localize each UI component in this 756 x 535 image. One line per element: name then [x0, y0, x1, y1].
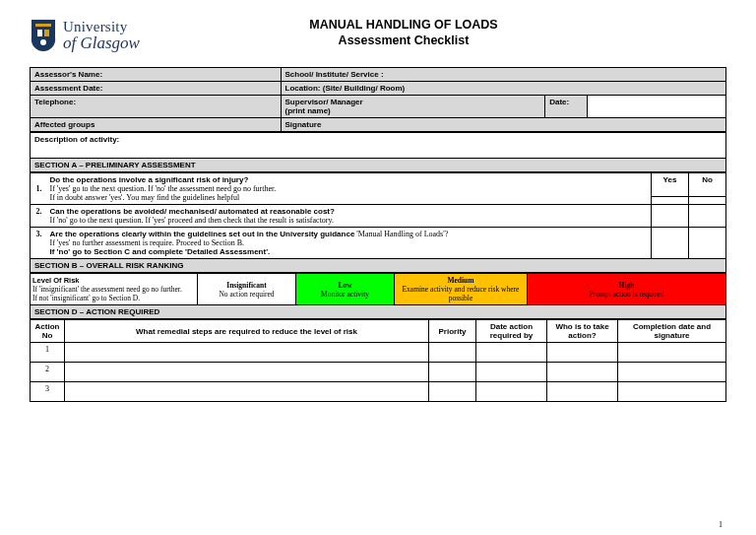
- q1-no[interactable]: [689, 196, 726, 204]
- col-priority: Priority: [429, 320, 476, 343]
- logo-text-bottom: of Glasgow: [63, 34, 140, 51]
- lbl-date: Assessment Date:: [31, 82, 282, 96]
- q3-head: Are the operations clearly within the gu…: [50, 230, 355, 238]
- lbl-tel: Telephone:: [31, 96, 282, 118]
- section-a-head: SECTION A – PRELIMINARY ASSESSMENT: [31, 159, 726, 172]
- svg-rect-2: [44, 30, 49, 36]
- table-row: 1: [31, 343, 726, 363]
- med-s: Examine activity and reduce risk where p…: [403, 285, 520, 302]
- risk-med: Medium Examine activity and reduce risk …: [395, 274, 528, 305]
- high-h: High: [619, 281, 635, 290]
- low-h: Low: [338, 281, 351, 290]
- doc-header: University of Glasgow MANUAL HANDLING OF…: [30, 18, 726, 53]
- section-b-head: SECTION B – OVERALL RISK RANKING: [31, 259, 726, 273]
- q2-sub1: If 'no' go to the next question. If 'yes…: [50, 216, 648, 225]
- q3-sub2: If 'no' go to Section C and complete 'De…: [50, 247, 648, 256]
- uni-logo: University of Glasgow: [30, 18, 140, 53]
- lbl-location: Location: (Site/ Building/ Room): [281, 82, 725, 96]
- table-row: 2: [31, 363, 726, 382]
- lbl-sig: Signature: [281, 118, 725, 132]
- q1-num: 1.: [31, 173, 46, 205]
- svg-rect-1: [37, 30, 42, 36]
- risk-low: Low Monitor activity: [296, 274, 395, 305]
- q1-sub2: If in doubt answer 'yes'. You may find t…: [50, 193, 648, 202]
- col-date-req: Date action required by: [476, 320, 547, 343]
- insig-s: No action required: [219, 290, 274, 299]
- q2-num: 2.: [31, 205, 46, 228]
- col-yes: Yes: [652, 173, 689, 197]
- desc-table: Description of activity:: [30, 132, 726, 159]
- section-d-head: SECTION D – ACTION REQUIRED: [31, 305, 726, 319]
- lbl-groups: Affected groups: [31, 118, 282, 132]
- q1-head: Do the operations involve a significant …: [50, 175, 648, 184]
- col-no: No: [689, 173, 726, 197]
- lbl-date2: Date:: [545, 96, 587, 118]
- q1-yes[interactable]: [652, 196, 689, 204]
- lbl-desc[interactable]: Description of activity:: [31, 133, 726, 159]
- col-steps: What remedial steps are required to redu…: [65, 320, 429, 343]
- q3-no[interactable]: [689, 228, 726, 259]
- q3-sub1: If 'yes' no further assessment is requir…: [50, 238, 648, 247]
- risk-high: High Prompt action is required: [528, 274, 726, 305]
- col-action-no: Action No: [31, 320, 65, 343]
- lbl-school: School/ Institute/ Service :: [281, 68, 725, 82]
- svg-point-3: [40, 39, 46, 45]
- prelim-table: 1. Do the operations involve a significa…: [30, 172, 726, 259]
- r1-no: 1: [31, 343, 65, 363]
- lbl-supervisor: Supervisor/ Manager (print name): [281, 96, 545, 118]
- title-line2: Assessment Checklist: [140, 33, 667, 49]
- action-table: Action No What remedial steps are requir…: [30, 319, 726, 402]
- risk-insig: Insignificant No action required: [198, 274, 296, 305]
- q3-head-it: 'Manual Handling of Loads'?: [354, 230, 448, 238]
- lvl-head: Level Of Risk: [32, 276, 195, 285]
- level-cell: Level Of Risk If 'insignificant' the ass…: [31, 274, 198, 305]
- lvl-s1: If 'insignificant' the assessment need g…: [32, 285, 195, 294]
- r3-no: 3: [31, 382, 65, 402]
- col-who: Who is to take action?: [547, 320, 618, 343]
- q2-yes[interactable]: [652, 205, 689, 228]
- table-row: 3: [31, 382, 726, 402]
- title-line1: MANUAL HANDLING OF LOADS: [140, 18, 667, 33]
- q2-no[interactable]: [689, 205, 726, 228]
- high-s: Prompt action is required: [589, 290, 663, 299]
- insig-h: Insignificant: [226, 281, 266, 290]
- lbl-assessor: Assessor's Name:: [31, 68, 282, 82]
- logo-text-top: University: [63, 20, 140, 34]
- col-complete: Completion date and signature: [618, 320, 726, 343]
- r2-no: 2: [31, 363, 65, 382]
- risk-table: Level Of Risk If 'insignificant' the ass…: [30, 273, 726, 305]
- fld-date2[interactable]: [587, 96, 725, 118]
- med-h: Medium: [447, 276, 473, 285]
- q1-sub1: If 'yes' go to the next question. If 'no…: [50, 184, 648, 193]
- lvl-s2: If not 'insignificant' go to Section D.: [32, 294, 195, 302]
- q3-yes[interactable]: [652, 228, 689, 259]
- crest-icon: [30, 18, 57, 53]
- svg-rect-0: [35, 24, 51, 27]
- page-title: MANUAL HANDLING OF LOADS Assessment Chec…: [140, 18, 726, 48]
- q3-num: 3.: [31, 228, 46, 259]
- q2-head: Can the operations be avoided/ mechanise…: [50, 207, 648, 216]
- meta-table: Assessor's Name: School/ Institute/ Serv…: [30, 67, 726, 132]
- page-number: 1: [719, 520, 723, 529]
- low-s: Monitor activity: [321, 290, 369, 299]
